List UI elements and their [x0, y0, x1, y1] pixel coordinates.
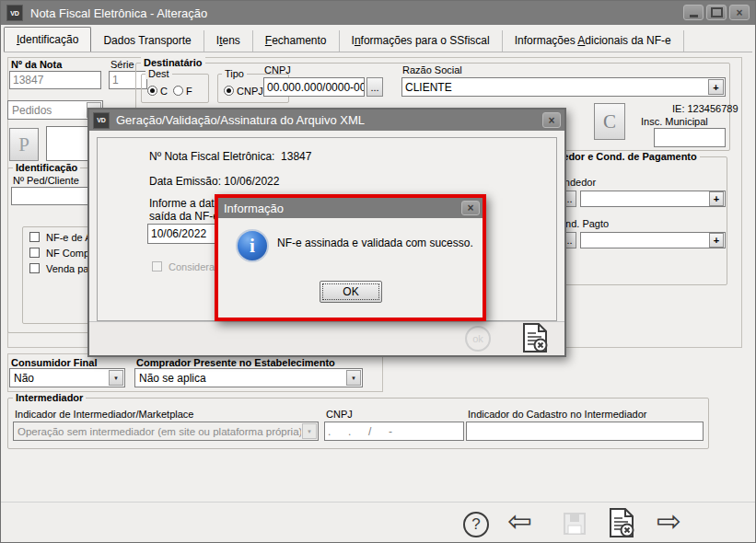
nota-field[interactable]: 13847 — [9, 71, 101, 89]
cnpj-field[interactable]: 00.000.000/0000-00 — [263, 77, 365, 97]
checkbox-venda[interactable] — [29, 263, 40, 273]
p-button[interactable]: P — [9, 128, 39, 161]
xml-dialog-icon: VD — [93, 112, 110, 129]
window-controls: × — [683, 5, 750, 20]
close-icon: × — [467, 202, 473, 214]
save-button[interactable] — [563, 512, 587, 536]
considera-checkbox[interactable] — [152, 261, 162, 272]
xml-dialog-button-strip: ok — [89, 321, 564, 355]
dest-title: Dest — [145, 68, 172, 79]
tab-informacoes-ssfiscal[interactable]: Informações para o SSfiscal — [340, 30, 503, 52]
info-dialog-titlebar: Informação — [218, 198, 483, 218]
info-message: NF-e assinada e validada com sucesso. — [277, 237, 473, 249]
bottom-toolbar: ? ⇦ ⇨ — [1, 502, 755, 542]
cadastro-field[interactable] — [466, 422, 704, 441]
comprador-combobox[interactable]: Não se aplica ▼ — [134, 368, 363, 387]
ok-button[interactable]: OK — [320, 281, 382, 303]
info-dialog-close-button[interactable]: × — [461, 201, 480, 215]
cond-add-button[interactable]: + — [709, 233, 724, 248]
close-icon: × — [548, 114, 554, 127]
maximize-button[interactable] — [706, 5, 727, 20]
back-arrow-icon: ⇦ — [507, 506, 532, 536]
checkbox-venda-label: Venda par — [46, 263, 92, 274]
indicador-value: Operação sem intermediador (em site ou p… — [17, 426, 301, 437]
cadastro-label: Indicador do Cadastro no Intermediador — [468, 409, 646, 420]
comprador-value: Não se aplica — [139, 372, 345, 385]
minimize-icon — [690, 15, 698, 17]
radio-dest-c[interactable] — [147, 86, 157, 96]
indicador-label: Indicador de Intermediador/Marketplace — [15, 409, 193, 420]
xml-dialog-titlebar: VD Geração/Validação/Assinatura do Arqui… — [89, 110, 564, 131]
close-button[interactable]: × — [729, 5, 750, 20]
save-floppy-icon — [563, 512, 587, 536]
vendedor-add-button[interactable]: + — [709, 191, 724, 206]
radio-dest-f[interactable] — [173, 86, 183, 96]
c-button-label: C — [603, 110, 616, 133]
insc-municipal-field[interactable] — [654, 128, 726, 147]
xml-dialog-title: Geração/Validação/Assinatura do Arquivo … — [116, 113, 365, 127]
chevron-down-icon[interactable]: ▼ — [109, 370, 123, 386]
document-x-icon — [609, 508, 634, 537]
xml-emissao-line: Data Emissão: 10/06/2022 — [149, 175, 279, 188]
help-icon: ? — [471, 515, 480, 534]
razao-field[interactable]: CLIENTE — [401, 77, 726, 97]
minimize-button[interactable] — [683, 5, 704, 20]
forward-button[interactable]: ⇨ — [657, 506, 681, 536]
back-button[interactable]: ⇦ — [507, 506, 532, 536]
xml-prompt-line2: saída da NF-e: — [149, 210, 222, 223]
tab-identificacao[interactable]: Identificação — [4, 27, 91, 52]
info-icon-glyph: i — [250, 235, 255, 258]
serie-label: Série — [110, 59, 134, 70]
radio-dest-f-label: F — [186, 86, 192, 97]
razao-label: Razão Social — [402, 64, 462, 75]
nota-label: Nº da Nota — [11, 59, 62, 70]
cnpj-browse-button[interactable]: ... — [366, 77, 383, 97]
chevron-down-icon[interactable]: ▼ — [346, 370, 361, 386]
tab-bar: Identificação Dados Transporte Itens Fec… — [4, 28, 684, 52]
radio-tipo-cnpj-label: CNPJ — [237, 86, 263, 97]
consumidor-final-label: Consumidor Final — [11, 357, 98, 368]
tab-itens[interactable]: Itens — [204, 30, 253, 52]
info-dialog-title: Informação — [224, 202, 284, 215]
consumidor-final-value: Não — [14, 372, 108, 385]
checkbox-nf-complementar[interactable] — [29, 248, 40, 258]
c-button[interactable]: C — [594, 103, 625, 140]
intermediador-title: Intermediador — [13, 392, 86, 403]
info-dialog: Informação × i NF-e assinada e validada … — [215, 194, 486, 321]
app-icon: VD — [6, 5, 23, 21]
info-icon: i — [236, 229, 269, 262]
ok-circle-button[interactable]: ok — [465, 326, 491, 352]
help-button[interactable]: ? — [463, 512, 489, 537]
cancel-document-button[interactable] — [609, 508, 634, 537]
chevron-down-icon: ▼ — [302, 423, 317, 439]
cond-pagto-field[interactable] — [580, 232, 726, 248]
tab-fechamento[interactable]: Fechamento — [253, 30, 340, 52]
tab-dados-transporte[interactable]: Dados Transporte — [91, 30, 204, 52]
radio-dest-c-label: C — [160, 86, 168, 97]
window-title: Nota Fiscal Eletrônica - Alteração — [30, 6, 207, 20]
xml-nota-line: Nº Nota Fiscal Eletrônica: 13847 — [149, 150, 311, 163]
app-window: VD Nota Fiscal Eletrônica - Alteração × … — [0, 0, 756, 543]
tab-informacoes-adicionais[interactable]: Informações Adicionais da NF-e — [503, 30, 684, 52]
razao-add-button[interactable]: + — [708, 79, 724, 95]
ped-cliente-label: Nº Ped/Cliente — [13, 175, 79, 186]
checkbox-nfe-ajuste[interactable] — [29, 232, 40, 242]
vendedor-field[interactable] — [580, 191, 726, 207]
tipo-title: Tipo — [222, 68, 247, 79]
pedidos-value: Pedidos — [12, 104, 86, 117]
radio-tipo-cnpj[interactable] — [224, 86, 234, 96]
xml-dialog-close-button[interactable]: × — [542, 112, 561, 128]
destinatario-title: Destinatário — [141, 57, 205, 68]
ie-text: IE: 123456789 — [672, 103, 739, 114]
intermediador-cnpj-field[interactable]: . . / - — [324, 422, 464, 441]
close-icon: × — [736, 7, 742, 18]
forward-arrow-icon: ⇨ — [657, 506, 681, 536]
document-x-icon — [522, 323, 548, 352]
checkbox-nfe-ajuste-label: NF-e de A — [46, 232, 92, 243]
consumidor-final-combobox[interactable]: Não ▼ — [9, 368, 125, 387]
xml-cancel-button[interactable] — [522, 323, 548, 356]
indicador-combobox[interactable]: Operação sem intermediador (em site ou p… — [13, 422, 319, 441]
p-button-label: P — [18, 133, 29, 156]
insc-municipal-label: Insc. Municipal — [641, 116, 708, 127]
ok-circle-icon: ok — [472, 333, 483, 344]
